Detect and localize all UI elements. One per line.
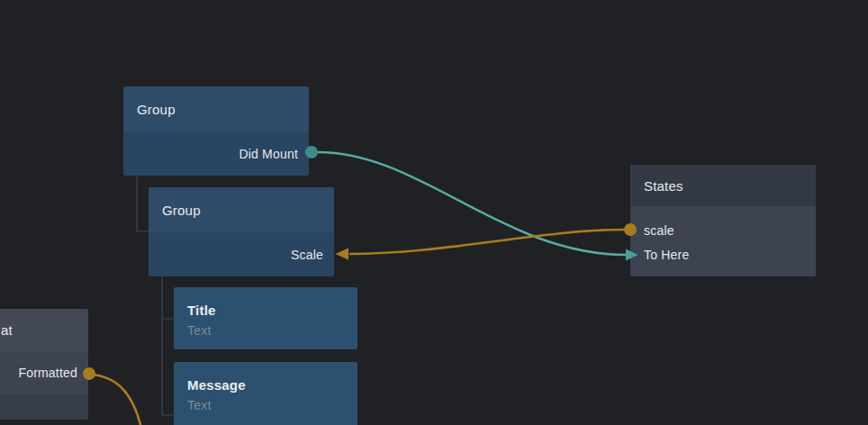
port-row-scale[interactable]: Scale xyxy=(149,232,334,276)
port-row-scale-output[interactable]: scale xyxy=(630,218,816,242)
node-states[interactable]: States scale To Here xyxy=(630,165,816,276)
node-title: Group xyxy=(162,203,201,218)
node-graph-canvas[interactable]: Group Did Mount Group Scale States scale… xyxy=(0,0,868,425)
node-header[interactable]: States xyxy=(630,165,816,206)
node-header[interactable]: Group xyxy=(149,187,334,232)
connection-curve-formatted[interactable] xyxy=(91,375,141,425)
port-label: scale xyxy=(644,223,674,238)
port-label: Formatted xyxy=(18,366,77,380)
node-header[interactable]: at xyxy=(0,309,88,351)
node-footer xyxy=(0,394,88,420)
tree-connector-group2-children xyxy=(162,276,174,415)
tree-connector-group1-group2 xyxy=(137,176,149,231)
node-title: Title xyxy=(187,302,344,320)
node-message-text[interactable]: Message Text xyxy=(174,362,357,425)
node-subtitle: Text xyxy=(187,322,344,339)
node-title: Group xyxy=(137,102,176,117)
port-row-did-mount[interactable]: Did Mount xyxy=(123,131,309,176)
node-header[interactable]: Group xyxy=(123,86,309,131)
port-label: Did Mount xyxy=(239,147,298,161)
port-row-formatted[interactable]: Formatted xyxy=(0,351,88,394)
node-format-clipped[interactable]: at Formatted xyxy=(0,309,88,420)
node-subtitle: Text xyxy=(187,397,344,414)
node-title: Message xyxy=(187,376,344,394)
arrow-input-scale[interactable] xyxy=(336,249,349,260)
node-group-scale[interactable]: Group Scale xyxy=(149,187,334,276)
node-title-partial: at xyxy=(1,322,13,338)
port-row-to-here[interactable]: To Here xyxy=(630,242,816,267)
node-group-didmount[interactable]: Group Did Mount xyxy=(123,86,309,176)
node-title-text[interactable]: Title Text xyxy=(174,287,357,349)
connection-curve-didmount-tohere[interactable] xyxy=(318,152,627,255)
port-label: Scale xyxy=(291,248,323,262)
port-label: To Here xyxy=(644,248,689,262)
node-title: States xyxy=(644,178,683,194)
connection-curve-scale[interactable] xyxy=(349,230,625,254)
